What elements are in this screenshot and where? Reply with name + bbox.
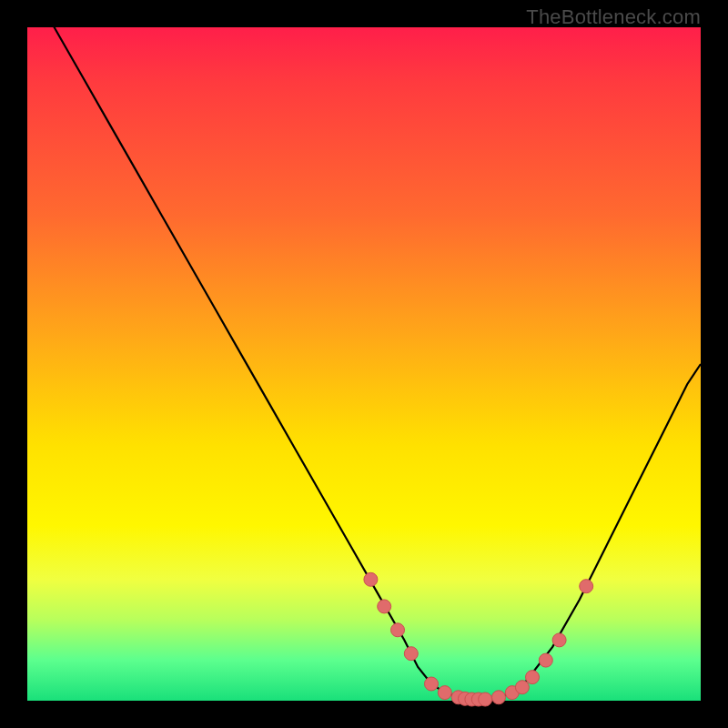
curve-marker [552, 633, 566, 647]
curve-marker [404, 647, 418, 661]
chart-frame: TheBottleneck.com [0, 0, 728, 728]
curve-marker [492, 691, 506, 704]
curve-marker [364, 572, 378, 586]
curve-marker [580, 580, 593, 593]
curve-marker [479, 693, 492, 706]
curve-marker [425, 677, 439, 691]
attribution-text: TheBottleneck.com [526, 5, 701, 29]
curve-marker [438, 686, 451, 700]
curve-marker [378, 600, 391, 613]
chart-svg [27, 27, 701, 701]
curve-marker [515, 681, 529, 694]
curve-marker [539, 653, 552, 667]
curve-marker [526, 671, 540, 684]
curve-markers [364, 572, 593, 706]
bottleneck-curve [27, 0, 701, 700]
curve-marker [391, 623, 405, 637]
